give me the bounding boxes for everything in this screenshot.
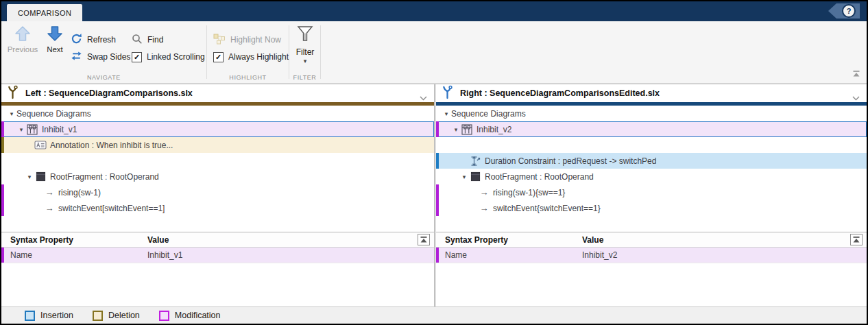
group-separator [289, 25, 289, 79]
modification-marker [1, 248, 4, 263]
section-highlight-label: HIGHLIGHT [206, 74, 289, 81]
expander-icon[interactable]: ▾ [25, 173, 34, 180]
collapse-table-button[interactable] [418, 234, 430, 245]
property-cell: Name [1, 250, 32, 260]
previous-label: Previous [5, 45, 40, 53]
right-pane-title: Right : SequenceDiagramComparisonsEdited… [460, 88, 660, 98]
expander-icon[interactable]: ▾ [7, 110, 16, 117]
table-header: Syntax Property Value [436, 232, 867, 248]
tree-row-sequence-diagrams[interactable]: ▾ Sequence Diagrams [1, 106, 434, 121]
next-label: Next [40, 45, 70, 53]
message-arrow-icon: → [44, 187, 55, 197]
expander-icon[interactable]: ▾ [442, 110, 451, 117]
checkbox-checked-icon[interactable]: ✓ [132, 52, 142, 62]
help-button[interactable]: ? [828, 3, 860, 19]
left-tree: ▾ Sequence Diagrams ▾ Inhibit_v1 [1, 106, 434, 216]
ribbon-toolbar: Previous Next Refresh Swap Sides [1, 21, 867, 84]
tree-row-rootfragment[interactable]: ▾ RootFragment : RootOperand [436, 169, 867, 184]
value-cell: Inhibit_v2 [582, 250, 617, 260]
arrow-up-icon [5, 25, 40, 42]
legend-modification-label: Modification [175, 311, 221, 320]
expander-icon[interactable]: ▾ [16, 126, 26, 133]
section-navigate-label: NAVIGATE [1, 74, 206, 81]
tree-row-message-switchevent[interactable]: → switchEvent{switchEvent==1} [436, 200, 867, 216]
value-header: Value [582, 235, 603, 245]
message-arrow-icon: → [479, 203, 490, 213]
arrow-down-icon [40, 25, 70, 42]
value-header: Value [147, 235, 169, 245]
group-separator [206, 25, 207, 79]
next-button[interactable]: Next [40, 25, 70, 53]
tree-row-label: rising(sw-1){sw==1} [493, 188, 565, 197]
right-pane: Right : SequenceDiagramComparisonsEdited… [436, 84, 867, 306]
refresh-icon [71, 33, 82, 47]
tree-row-inhibit-v2[interactable]: ▾ Inhibit_v2 [436, 121, 867, 137]
tree-row-message-rising[interactable]: → rising(sw-1){sw==1} [436, 184, 867, 200]
left-pane-title: Left : SequenceDiagramComparisons.slx [25, 88, 193, 98]
duration-constraint-icon [469, 156, 481, 167]
previous-button[interactable]: Previous [5, 25, 40, 53]
find-button[interactable]: Find [132, 34, 163, 46]
legend-bar: Insertion Deletion Modification [1, 306, 867, 324]
table-row[interactable]: Name Inhibit_v1 [1, 248, 434, 263]
highlight-now-button[interactable]: Highlight Now [213, 34, 281, 46]
linked-scrolling-label: Linked Scrolling [147, 52, 205, 62]
tree-row-label: Sequence Diagrams [451, 109, 526, 119]
table-row[interactable]: Name Inhibit_v2 [436, 248, 867, 263]
tree-row-label: rising(sw-1) [58, 188, 101, 197]
right-tree: ▾ Sequence Diagrams ▾ Inhibit_v2 [436, 106, 867, 216]
collapse-table-button[interactable] [850, 234, 863, 245]
modification-marker [436, 248, 439, 263]
tree-row-label: Annotation : When inhibit is true... [50, 141, 173, 150]
right-property-table: Syntax Property Value Name Inhibit_v2 [436, 232, 867, 263]
tree-row-duration-constraint[interactable]: Duration Constraint : pedRequest -> swit… [436, 153, 867, 169]
left-property-table: Syntax Property Value Name Inhibit_v1 [1, 232, 434, 263]
highlight-now-icon [213, 34, 226, 47]
swap-sides-icon [71, 50, 82, 64]
tab-comparison[interactable]: COMPARISON [7, 4, 82, 21]
minimize-ribbon-button[interactable] [852, 68, 861, 80]
message-arrow-icon: → [479, 187, 490, 197]
sequence-diagram-icon [461, 124, 473, 135]
tree-row-message-switchevent[interactable]: → switchEvent[switchEvent==1] [1, 200, 434, 216]
property-cell: Name [436, 250, 467, 260]
checkbox-checked-icon[interactable]: ✓ [213, 52, 224, 62]
expander-icon[interactable]: ▾ [451, 126, 461, 133]
tree-row-label: Sequence Diagrams [16, 109, 91, 119]
left-pane: Left : SequenceDiagramComparisons.slx ▾ … [1, 84, 434, 306]
tree-row-message-rising[interactable]: → rising(sw-1) [1, 184, 434, 200]
tree-row-annotation[interactable]: Annotation : When inhibit is true... [1, 137, 434, 153]
tree-row-sequence-diagrams[interactable]: ▾ Sequence Diagrams [436, 106, 867, 121]
right-pane-header: Right : SequenceDiagramComparisonsEdited… [436, 84, 867, 102]
always-highlight-label: Always Highlight [228, 52, 289, 62]
sequence-diagram-icon [26, 124, 38, 135]
comparison-tool-window: COMPARISON ? Previous Next Ref [0, 0, 868, 325]
modification-marker [436, 121, 439, 137]
filter-dropdown-icon[interactable]: ▾ [290, 58, 320, 64]
filter-button[interactable]: Filter ▾ [290, 25, 320, 64]
tree-row-inhibit-v1[interactable]: ▾ Inhibit_v1 [1, 121, 434, 137]
deletion-swatch-icon [93, 311, 103, 321]
syntax-property-header: Syntax Property [1, 235, 73, 245]
linked-scrolling-checkbox[interactable]: ✓ Linked Scrolling [132, 51, 205, 63]
modification-marker [1, 121, 4, 137]
tree-row-label: Duration Constraint : pedRequest -> swit… [485, 156, 656, 166]
legend-insertion: Insertion [25, 311, 73, 321]
highlight-now-label: Highlight Now [230, 35, 281, 45]
always-highlight-checkbox[interactable]: ✓ Always Highlight [213, 51, 289, 63]
search-icon [132, 34, 143, 47]
title-bar: COMPARISON ? [1, 1, 867, 21]
legend-modification: Modification [159, 311, 221, 321]
modification-swatch-icon [159, 311, 169, 321]
refresh-button[interactable]: Refresh [71, 34, 116, 46]
legend-insertion-label: Insertion [40, 311, 73, 320]
find-label: Find [147, 35, 163, 45]
comparison-main-area: Left : SequenceDiagramComparisons.slx ▾ … [1, 84, 867, 306]
tree-row-label: RootFragment : RootOperand [485, 172, 594, 182]
tree-row-rootfragment[interactable]: ▾ RootFragment : RootOperand [1, 169, 434, 184]
legend-deletion: Deletion [93, 311, 140, 321]
tab-comparison-label: COMPARISON [18, 9, 71, 17]
annotation-icon [34, 140, 47, 151]
expander-icon[interactable]: ▾ [459, 173, 469, 180]
swap-sides-button[interactable]: Swap Sides [71, 51, 130, 63]
